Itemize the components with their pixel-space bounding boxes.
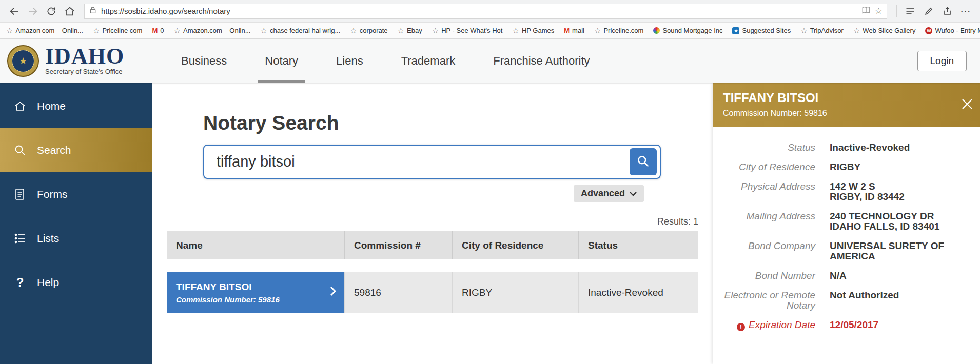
sidebar: Home Search Forms Lists ? Help xyxy=(0,83,152,364)
favorite-item[interactable]: M0 xyxy=(152,27,164,34)
close-icon[interactable] xyxy=(962,98,973,111)
column-header-commission: Commission # xyxy=(344,231,452,259)
bookmark-star-icon: ☆ xyxy=(6,27,13,34)
sound-mortgage-favicon xyxy=(653,27,660,34)
sidebar-item-forms[interactable]: Forms xyxy=(0,172,152,216)
sidebar-item-label: Home xyxy=(37,100,66,112)
detail-field-mailing-address: Mailing Address 240 TECHNOLOGY DR IDAHO … xyxy=(723,211,975,232)
favorite-item[interactable]: ☆Priceline com xyxy=(93,27,142,34)
favorite-item[interactable]: WWufoo - Entry Manag... xyxy=(925,27,980,34)
favorite-item[interactable]: ☆Amazon.com – Onlin... xyxy=(174,27,251,34)
favorite-item[interactable]: ☆Priceline.com xyxy=(594,27,643,34)
bookmark-star-icon: ☆ xyxy=(512,27,519,34)
favorite-item[interactable]: ☆HP - See What's Hot xyxy=(432,27,503,34)
help-icon: ? xyxy=(13,275,27,290)
detail-field-status: Status Inactive-Revoked xyxy=(723,143,975,153)
bookmark-star-icon: ☆ xyxy=(260,27,267,34)
lock-icon xyxy=(89,6,97,16)
sidebar-item-label: Lists xyxy=(37,232,59,245)
favorite-label: Ebay xyxy=(407,27,422,34)
search-button[interactable] xyxy=(630,148,657,175)
browser-toolbar: https://sosbiz.idaho.gov/search/notary ☆… xyxy=(0,0,980,23)
lists-icon xyxy=(13,233,27,244)
brand-tagline: Secretary of State's Office xyxy=(45,68,124,75)
favorite-item[interactable]: ☆Web Slice Gallery xyxy=(853,27,916,34)
favorite-label: 0 xyxy=(160,27,164,34)
row-name: TIFFANY BITSOI xyxy=(176,281,280,293)
detail-field-bond-company: Bond Company UNIVERSAL SURETY OF AMERICA xyxy=(723,241,975,261)
favorite-star-icon[interactable]: ☆ xyxy=(875,6,883,16)
nav-item-franchise-authority[interactable]: Franchise Authority xyxy=(493,39,590,83)
favorite-label: Priceline com xyxy=(102,27,142,34)
sidebar-item-label: Search xyxy=(37,144,71,156)
forward-button[interactable] xyxy=(24,3,42,20)
favorite-item[interactable]: Sound Mortgage Inc xyxy=(653,27,722,34)
favorite-item[interactable]: ☆Amazon com – Onlin... xyxy=(6,27,83,34)
results-count: Results: 1 xyxy=(167,216,698,227)
results-table: Name Commission # City of Residence Stat… xyxy=(167,231,698,313)
search-icon xyxy=(13,144,27,156)
gmail-icon: M xyxy=(564,27,570,34)
share-icon[interactable] xyxy=(938,3,956,20)
favorite-item[interactable]: ★Suggested Sites xyxy=(732,27,791,34)
table-row: TIFFANY BITSOI Commission Number: 59816 … xyxy=(167,272,698,313)
nav-item-notary[interactable]: Notary xyxy=(265,39,298,83)
idaho-state-seal-icon: ★ xyxy=(7,45,39,77)
chevron-right-icon xyxy=(330,286,336,299)
favorite-label: chase federal hal wrig... xyxy=(270,27,340,34)
sidebar-item-help[interactable]: ? Help xyxy=(0,260,152,305)
refresh-button[interactable] xyxy=(42,3,61,20)
favorite-label: TripAdvisor xyxy=(810,27,844,34)
main-panel: Notary Search Advanced Results: xyxy=(152,83,713,364)
back-button[interactable] xyxy=(5,3,24,20)
favorite-item[interactable]: Mmail xyxy=(564,27,584,34)
favorite-item[interactable]: ☆chase federal hal wrig... xyxy=(260,27,340,34)
url-text[interactable]: https://sosbiz.idaho.gov/search/notary xyxy=(101,7,857,15)
detail-fields: Status Inactive-Revoked City of Residenc… xyxy=(713,127,980,340)
favorite-label: HP - See What's Hot xyxy=(441,27,502,34)
detail-panel: TIFFANY BITSOI Commission Number: 59816 … xyxy=(713,83,980,364)
chevron-down-icon xyxy=(630,188,637,199)
nav-item-liens[interactable]: Liens xyxy=(336,39,363,83)
detail-header: TIFFANY BITSOI Commission Number: 59816 xyxy=(713,83,980,127)
favorite-label: corporate xyxy=(360,27,388,34)
site-header: ★ IDAHO Secretary of State's Office Busi… xyxy=(0,39,980,83)
home-icon xyxy=(13,100,27,112)
bookmark-star-icon: ☆ xyxy=(93,27,100,34)
reading-view-icon[interactable] xyxy=(861,6,871,16)
site-logo[interactable]: ★ IDAHO Secretary of State's Office xyxy=(0,45,156,77)
detail-field-bond-number: Bond Number N/A xyxy=(723,271,975,281)
favorite-label: Wufoo - Entry Manag... xyxy=(935,27,980,34)
sidebar-item-home[interactable]: Home xyxy=(0,84,152,128)
bookmark-star-icon: ☆ xyxy=(800,27,807,34)
advanced-search-button[interactable]: Advanced xyxy=(574,185,644,202)
login-button[interactable]: Login xyxy=(917,51,967,71)
hub-icon[interactable] xyxy=(901,3,919,20)
web-note-pen-icon[interactable] xyxy=(919,3,938,20)
row-name-cell[interactable]: TIFFANY BITSOI Commission Number: 59816 xyxy=(167,272,344,313)
detail-field-electronic-notary: Electronic or Remote Notary Not Authoriz… xyxy=(723,290,975,311)
more-settings-icon[interactable]: ⋯ xyxy=(956,3,975,20)
home-button[interactable] xyxy=(61,3,79,20)
bookmark-star-icon: ☆ xyxy=(594,27,601,34)
row-status: Inactive-Revoked xyxy=(578,272,698,313)
nav-item-business[interactable]: Business xyxy=(181,39,227,83)
address-bar[interactable]: https://sosbiz.idaho.gov/search/notary ☆ xyxy=(84,4,887,19)
sidebar-item-search[interactable]: Search xyxy=(0,128,158,172)
sidebar-item-label: Help xyxy=(37,276,59,289)
favorite-item[interactable]: ☆HP Games xyxy=(512,27,554,34)
sidebar-item-lists[interactable]: Lists xyxy=(0,216,152,260)
search-section: Advanced xyxy=(203,145,661,202)
favorite-item[interactable]: ☆TripAdvisor xyxy=(800,27,844,34)
favorite-label: Amazon.com – Onlin... xyxy=(183,27,251,34)
detail-subtitle: Commission Number: 59816 xyxy=(723,109,971,118)
search-box xyxy=(203,145,661,179)
suggested-sites-icon: ★ xyxy=(732,27,739,34)
favorite-label: Amazon com – Onlin... xyxy=(15,27,83,34)
favorite-item[interactable]: ☆corporate xyxy=(350,27,387,34)
search-input[interactable] xyxy=(204,153,630,170)
toolbar-divider xyxy=(896,5,897,17)
row-city: RIGBY xyxy=(452,272,578,313)
favorite-item[interactable]: ☆Ebay xyxy=(398,27,422,34)
nav-item-trademark[interactable]: Trademark xyxy=(401,39,456,83)
